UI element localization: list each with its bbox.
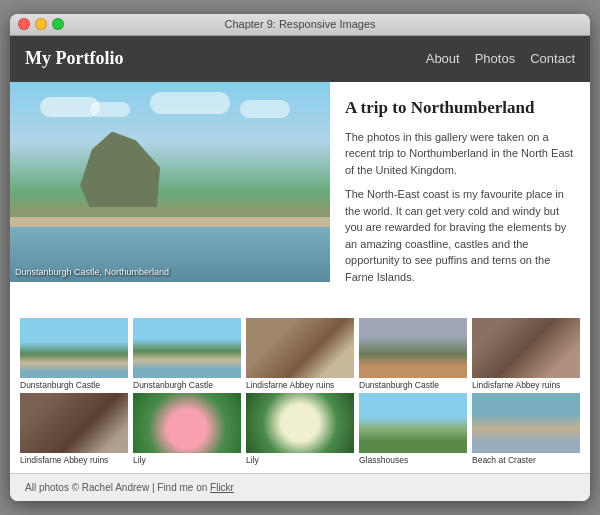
gallery-label-3: Lindisfarne Abbey ruins — [246, 380, 354, 390]
gallery-thumb-9[interactable] — [359, 393, 467, 453]
gallery-label-5: Lindisfarne Abbey ruins — [472, 380, 580, 390]
hero-image-caption: Dunstanburgh Castle, Northumberland — [15, 267, 169, 277]
hero-title: A trip to Northumberland — [345, 97, 575, 119]
footer-flickr-link[interactable]: Flickr — [210, 482, 234, 493]
hero-image[interactable]: Dunstanburgh Castle, Northumberland — [10, 82, 330, 282]
gallery-row-2: Lindisfarne Abbey ruins Lily Lily Glassh… — [20, 393, 580, 465]
nav-link-contact[interactable]: Contact — [530, 51, 575, 66]
gallery-thumb-2[interactable] — [133, 318, 241, 378]
footer: All photos © Rachel Andrew | Find me on … — [10, 473, 590, 501]
gallery-thumb-4[interactable] — [359, 318, 467, 378]
gallery-item-10: Beach at Craster — [472, 393, 580, 465]
navbar: My Portfolio About Photos Contact — [10, 36, 590, 82]
nav-link-about[interactable]: About — [426, 51, 460, 66]
gallery-thumb-6[interactable] — [20, 393, 128, 453]
gallery-item-5: Lindisfarne Abbey ruins — [472, 318, 580, 390]
gallery-item-3: Lindisfarne Abbey ruins — [246, 318, 354, 390]
hero-section: Dunstanburgh Castle, Northumberland A tr… — [10, 82, 590, 309]
gallery-item-9: Glasshouses — [359, 393, 467, 465]
gallery-thumb-3[interactable] — [246, 318, 354, 378]
gallery-label-10: Beach at Craster — [472, 455, 580, 465]
gallery-label-7: Lily — [133, 455, 241, 465]
hero-desc1: The photos in this gallery were taken on… — [345, 129, 575, 179]
gallery-thumb-10[interactable] — [472, 393, 580, 453]
minimize-button[interactable] — [35, 18, 47, 30]
gallery-item-4: Dunstanburgh Castle — [359, 318, 467, 390]
gallery-item-8: Lily — [246, 393, 354, 465]
browser-window: Chapter 9: Responsive Images My Portfoli… — [10, 14, 590, 502]
gallery-item-7: Lily — [133, 393, 241, 465]
footer-text: All photos © Rachel Andrew | Find me on — [25, 482, 207, 493]
gallery-label-9: Glasshouses — [359, 455, 467, 465]
maximize-button[interactable] — [52, 18, 64, 30]
hero-desc2: The North-East coast is my favourite pla… — [345, 186, 575, 285]
gallery-thumb-8[interactable] — [246, 393, 354, 453]
nav-link-photos[interactable]: Photos — [475, 51, 515, 66]
gallery-item-2: Dunstanburgh Castle — [133, 318, 241, 390]
gallery-item-1: Dunstanburgh Castle — [20, 318, 128, 390]
gallery-thumb-1[interactable] — [20, 318, 128, 378]
window-controls — [18, 18, 64, 30]
gallery-label-1: Dunstanburgh Castle — [20, 380, 128, 390]
gallery-section: Dunstanburgh Castle Dunstanburgh Castle … — [10, 308, 590, 473]
gallery-thumb-7[interactable] — [133, 393, 241, 453]
gallery-item-6: Lindisfarne Abbey ruins — [20, 393, 128, 465]
close-button[interactable] — [18, 18, 30, 30]
window-title: Chapter 9: Responsive Images — [224, 18, 375, 30]
gallery-row-1: Dunstanburgh Castle Dunstanburgh Castle … — [20, 318, 580, 390]
nav-brand: My Portfolio — [25, 48, 123, 69]
gallery-label-6: Lindisfarne Abbey ruins — [20, 455, 128, 465]
gallery-label-4: Dunstanburgh Castle — [359, 380, 467, 390]
titlebar: Chapter 9: Responsive Images — [10, 14, 590, 36]
nav-links: About Photos Contact — [426, 51, 575, 66]
gallery-label-2: Dunstanburgh Castle — [133, 380, 241, 390]
gallery-label-8: Lily — [246, 455, 354, 465]
gallery-thumb-5[interactable] — [472, 318, 580, 378]
hero-text: A trip to Northumberland The photos in t… — [330, 82, 590, 309]
